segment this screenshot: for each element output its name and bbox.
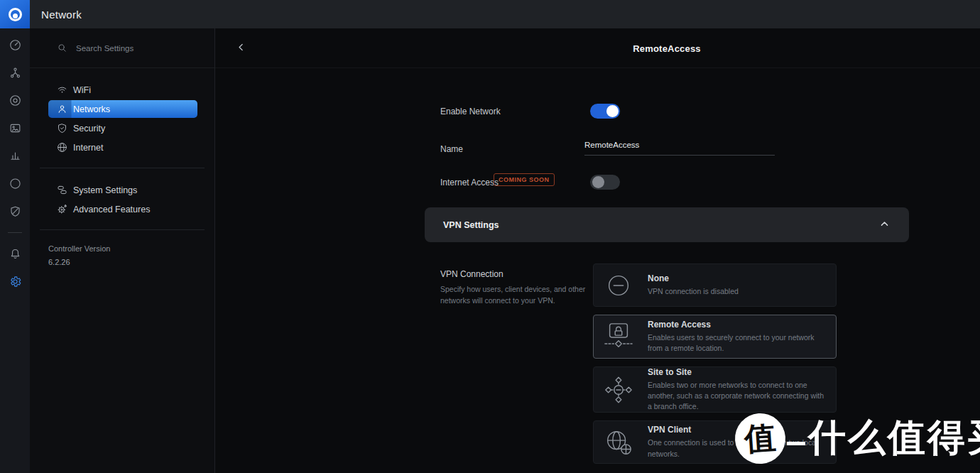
- search-input[interactable]: [76, 44, 197, 53]
- controller-version-value: 6.2.26: [48, 258, 214, 266]
- globe-client-icon: [594, 428, 643, 457]
- vpn-option-title: Site to Site: [648, 367, 826, 377]
- settings-menu: WiFi Networks Security Internet: [30, 68, 214, 266]
- settings-gear-icon[interactable]: [0, 268, 30, 295]
- notifications-bell-icon[interactable]: [0, 240, 30, 268]
- enable-network-label: Enable Network: [440, 107, 501, 116]
- unifi-network-app: Network: [0, 0, 980, 473]
- sidebar-item-internet[interactable]: Internet: [48, 138, 197, 156]
- vpn-option-site-to-site[interactable]: Site to Site Enables two or more network…: [593, 366, 837, 413]
- network-detail-content: RemoteAccess Enable Network Name Interne…: [215, 28, 980, 473]
- name-input[interactable]: [584, 141, 775, 156]
- topbar: Network: [0, 0, 980, 28]
- toggle-knob: [592, 176, 604, 188]
- map-icon[interactable]: [0, 170, 30, 197]
- name-label: Name: [440, 144, 463, 154]
- controller-version-block: Controller Version 6.2.26: [30, 244, 214, 266]
- minus-circle-icon: [594, 271, 643, 300]
- vpn-settings-panel[interactable]: VPN Settings: [425, 207, 909, 242]
- statistics-icon[interactable]: [0, 142, 30, 170]
- vpn-option-desc: Enables two or more networks to connect …: [648, 380, 826, 413]
- rail-divider: [8, 232, 22, 233]
- sidebar-item-system-settings[interactable]: System Settings: [48, 181, 197, 199]
- smzdm-logo-icon: 值: [734, 411, 788, 465]
- site-to-site-icon: [594, 375, 643, 405]
- vpn-option-desc: VPN connection is disabled: [648, 286, 739, 297]
- watermark-text: 什么值得买: [808, 413, 980, 464]
- vpn-settings-title: VPN Settings: [443, 220, 499, 230]
- sidebar-item-label: System Settings: [73, 185, 137, 195]
- topology-icon[interactable]: [0, 59, 30, 87]
- vpn-option-desc: Enables users to securely connect to you…: [648, 332, 826, 354]
- menu-divider: [40, 229, 205, 230]
- sidebar-item-label: Networks: [73, 104, 110, 114]
- sidebar-item-label: Internet: [73, 143, 103, 153]
- globe-icon: [55, 141, 68, 154]
- threat-shield-icon[interactable]: [0, 197, 30, 225]
- lock-icon: [594, 322, 643, 352]
- shield-check-icon: [55, 122, 68, 135]
- back-button[interactable]: [234, 41, 248, 55]
- gear-sparkle-icon: [55, 203, 68, 216]
- search-icon: [57, 43, 67, 53]
- watermark-dash: [787, 442, 805, 445]
- content-header: RemoteAccess: [215, 28, 980, 68]
- sidebar-item-label: Advanced Features: [73, 205, 150, 214]
- vpn-option-none[interactable]: None VPN connection is disabled: [593, 263, 837, 307]
- icon-rail: [0, 28, 30, 473]
- coming-soon-badge: COMING SOON: [494, 173, 555, 186]
- unifi-logo[interactable]: [0, 0, 30, 28]
- settings-sidebar: WiFi Networks Security Internet: [30, 28, 215, 473]
- devices-icon[interactable]: [0, 87, 30, 114]
- enable-network-toggle[interactable]: [590, 104, 620, 119]
- vpn-connection-label: VPN Connection: [440, 269, 503, 279]
- internet-access-toggle[interactable]: [590, 175, 620, 190]
- clients-icon[interactable]: [0, 114, 30, 142]
- vpn-option-title: None: [648, 273, 739, 283]
- toggle-knob: [606, 105, 619, 117]
- dashboard-icon[interactable]: [0, 31, 30, 59]
- controller-version-label: Controller Version: [48, 244, 214, 253]
- menu-divider: [40, 168, 205, 168]
- networks-icon: [55, 103, 68, 116]
- sidebar-item-wifi[interactable]: WiFi: [48, 81, 197, 99]
- unifi-logo-icon: [9, 8, 22, 21]
- search-settings-bar[interactable]: [30, 28, 214, 68]
- smzdm-watermark: 值 什么值得买: [735, 413, 980, 464]
- toggles-icon: [55, 184, 68, 197]
- internet-access-label: Internet Access: [440, 178, 499, 187]
- sidebar-item-networks[interactable]: Networks: [48, 100, 197, 118]
- chevron-up-icon[interactable]: [880, 219, 889, 232]
- sidebar-item-security[interactable]: Security: [48, 119, 197, 137]
- vpn-connection-description: Specify how users, client devices, and o…: [440, 284, 598, 307]
- vpn-option-remote-access[interactable]: Remote Access Enables users to securely …: [593, 315, 837, 359]
- sidebar-item-advanced-features[interactable]: Advanced Features: [48, 200, 197, 218]
- wifi-icon: [55, 84, 68, 97]
- sidebar-item-label: Security: [73, 124, 105, 134]
- app-title: Network: [41, 9, 82, 21]
- page-title: RemoteAccess: [425, 43, 909, 54]
- sidebar-item-label: WiFi: [73, 85, 91, 95]
- vpn-option-title: Remote Access: [648, 320, 826, 330]
